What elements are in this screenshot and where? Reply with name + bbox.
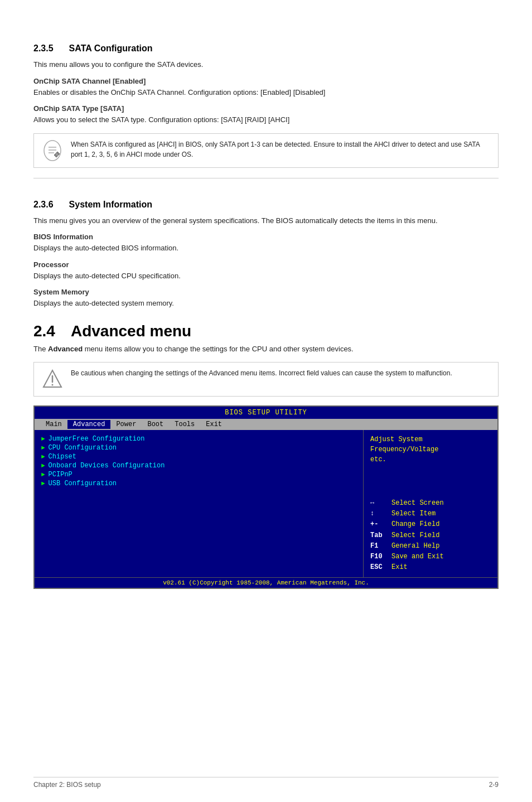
section-24-header: 2.4 Advanced menu	[33, 322, 499, 340]
bios-menu-tools[interactable]: Tools	[169, 420, 200, 429]
bios-key-name-2: +-	[370, 519, 387, 530]
subsection-onchip-type-body: Allows you to select the SATA type. Conf…	[33, 114, 499, 125]
bios-key-desc-3: Select Field	[391, 530, 439, 541]
bios-footer: v02.61 (C)Copyright 1985-2008, American …	[35, 577, 497, 588]
bios-key-desc-1: Select Item	[391, 509, 436, 519]
bios-key-line-1: ↕ Select Item	[370, 509, 491, 519]
note-box-sata: When SATA is configured as [AHCI] in BIO…	[33, 133, 499, 168]
subsection-onchip-type-title: OnChip SATA Type [SATA]	[33, 104, 499, 113]
bios-key-help: ↔ Select Screen ↕ Select Item +- Change …	[370, 498, 491, 573]
bios-key-name-1: ↕	[370, 509, 387, 519]
subsection-bios-info-title: BIOS Information	[33, 233, 499, 241]
bios-key-name-6: ESC	[370, 562, 387, 573]
bios-entry-label-5: USB Configuration	[49, 480, 117, 487]
svg-point-7	[52, 384, 54, 386]
bios-menu-main[interactable]: Main	[40, 420, 67, 429]
bios-entry-label-1: CPU Configuration	[49, 444, 117, 452]
section-236-intro: This menu gives you an overview of the g…	[33, 215, 499, 226]
bios-key-name-3: Tab	[370, 530, 387, 541]
section-236-num: 2.3.6	[33, 200, 54, 210]
page-footer: Chapter 2: BIOS setup 2-9	[33, 777, 499, 789]
bios-key-name-5: F10	[370, 552, 387, 562]
section-24-intro: The Advanced menu items allow you to cha…	[33, 344, 499, 355]
footer-page-number: 2-9	[489, 781, 499, 789]
bios-arrow-5: ►	[41, 480, 45, 487]
note-pencil-icon	[42, 139, 63, 162]
bios-key-desc-4: General Help	[391, 541, 439, 552]
bios-arrow-0: ►	[41, 436, 45, 442]
section-235-num: 2.3.5	[33, 44, 54, 54]
warning-advanced-text: Be cautious when changing the settings o…	[71, 368, 452, 378]
bios-right-panel: Adjust SystemFrequency/Voltageetc. ↔ Sel…	[364, 430, 497, 577]
bios-entry-0[interactable]: ► JumperFree Configuration	[41, 434, 356, 443]
bios-key-desc-2: Change Field	[391, 519, 439, 530]
subsection-processor-body: Displays the auto-detected CPU specifica…	[33, 270, 499, 282]
section-24-title: Advanced menu	[71, 322, 191, 340]
bios-key-name-0: ↔	[370, 498, 387, 509]
section-235-intro: This menu allows you to configure the SA…	[33, 59, 499, 70]
advanced-bold: Advanced	[48, 345, 83, 353]
section-236-header: 2.3.6 System Information	[33, 190, 499, 213]
bios-key-desc-0: Select Screen	[391, 498, 444, 509]
bios-menu-advanced[interactable]: Advanced	[67, 420, 111, 429]
bios-left-panel: ► JumperFree Configuration ► CPU Configu…	[35, 430, 364, 577]
bios-entry-label-4: PCIPnP	[49, 471, 72, 479]
section-235-title: SATA Configuration	[69, 44, 153, 54]
subsection-system-memory-title: System Memory	[33, 288, 499, 296]
bios-key-name-4: F1	[370, 541, 387, 552]
section-235-header: 2.3.5 SATA Configuration	[33, 33, 499, 57]
section-24-num: 2.4	[33, 322, 55, 340]
bios-arrow-1: ►	[41, 445, 45, 451]
bios-key-line-3: Tab Select Field	[370, 530, 491, 541]
bios-entry-4[interactable]: ► PCIPnP	[41, 470, 356, 479]
warning-box-advanced: Be cautious when changing the settings o…	[33, 362, 499, 397]
subsection-bios-info-body: Displays the auto-detected BIOS informat…	[33, 243, 499, 254]
bios-title: BIOS SETUP UTILITY	[35, 407, 497, 419]
subsection-processor-title: Processor	[33, 260, 499, 269]
bios-entry-label-2: Chipset	[49, 453, 76, 461]
bios-key-line-5: F10 Save and Exit	[370, 552, 491, 562]
bios-right-top-text: Adjust SystemFrequency/Voltageetc.	[370, 434, 491, 465]
bios-arrow-3: ►	[41, 462, 45, 469]
bios-key-line-0: ↔ Select Screen	[370, 498, 491, 509]
bios-key-desc-5: Save and Exit	[391, 552, 444, 562]
svg-point-0	[44, 141, 61, 161]
bios-key-line-2: +- Change Field	[370, 519, 491, 530]
section-236-title: System Information	[69, 200, 152, 210]
warning-triangle-icon	[42, 368, 63, 390]
subsection-onchip-channel-title: OnChip SATA Channel [Enabled]	[33, 77, 499, 85]
subsection-onchip-channel-body: Enables or disables the OnChip SATA Chan…	[33, 87, 499, 98]
note-sata-text: When SATA is configured as [AHCI] in BIO…	[71, 139, 490, 160]
bios-entry-5[interactable]: ► USB Configuration	[41, 479, 356, 488]
bios-entry-1[interactable]: ► CPU Configuration	[41, 443, 356, 452]
bios-arrow-2: ►	[41, 453, 45, 460]
bios-key-line-6: ESC Exit	[370, 562, 491, 573]
bios-entry-2[interactable]: ► Chipset	[41, 452, 356, 461]
bios-entry-label-3: Onboard Devices Configuration	[49, 462, 165, 470]
footer-chapter: Chapter 2: BIOS setup	[33, 781, 101, 789]
divider-235-236	[33, 178, 499, 178]
bios-menu-boot[interactable]: Boot	[142, 420, 169, 429]
bios-arrow-4: ►	[41, 471, 45, 478]
bios-screenshot: BIOS SETUP UTILITY Main Advanced Power B…	[33, 405, 499, 589]
bios-entry-3[interactable]: ► Onboard Devices Configuration	[41, 461, 356, 470]
bios-key-line-4: F1 General Help	[370, 541, 491, 552]
bios-menu-power[interactable]: Power	[110, 420, 142, 429]
bios-menu-exit[interactable]: Exit	[200, 420, 228, 429]
bios-key-desc-6: Exit	[391, 562, 408, 573]
bios-menu-bar: Main Advanced Power Boot Tools Exit	[35, 419, 497, 430]
bios-body: ► JumperFree Configuration ► CPU Configu…	[35, 430, 497, 577]
bios-entry-label-0: JumperFree Configuration	[49, 435, 145, 443]
subsection-system-memory-body: Displays the auto-detected system memory…	[33, 298, 499, 309]
